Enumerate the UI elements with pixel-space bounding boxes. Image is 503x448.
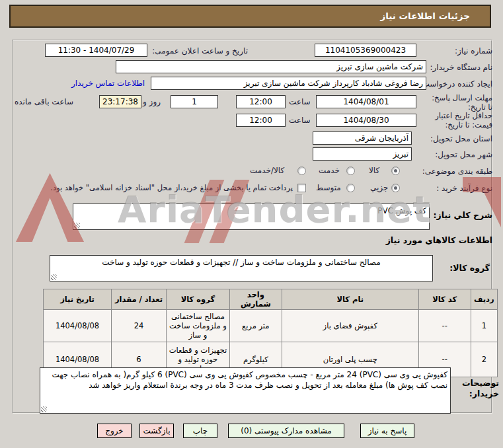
cell-item-code: -- (418, 310, 471, 342)
goods-table: ردیف کد کالا نام کالا واحد شمارش گروه کا… (43, 289, 498, 377)
resize-handle-icon[interactable] (74, 223, 80, 229)
radio-service[interactable] (346, 167, 355, 175)
reply-deadline-hour-field[interactable]: 12:00 (236, 95, 286, 108)
days-remaining-field[interactable]: 1 (171, 95, 218, 108)
radio-medium[interactable] (346, 184, 355, 192)
province-label: استان محل تحویل: (430, 134, 492, 143)
exit-button[interactable]: خروج (97, 424, 132, 438)
price-validity-date-field[interactable]: 1404/08/30 (316, 114, 416, 127)
cell-need-date: 1404/08/08 (44, 310, 112, 342)
announce-datetime-field[interactable]: 1404/07/29 - 11:30 (45, 44, 147, 57)
time-remaining-label: ساعت باقی مانده (15, 97, 73, 106)
days-remaining-label: روز و (143, 97, 161, 106)
radio-minor-label: جزیي (370, 183, 388, 192)
col-need-date: تاریخ نیاز (44, 289, 112, 310)
need-number-label: شماره نیاز: (455, 46, 492, 56)
resize-handle-icon[interactable] (41, 406, 47, 412)
need-number-field[interactable]: 1104105369000423 (315, 44, 416, 57)
col-quantity: تعداد / مقدار (112, 289, 167, 310)
need-desc-value: کف پوش PVC (377, 206, 426, 215)
radio-minor[interactable] (391, 184, 400, 192)
page: جزئیات اطلاعات نیاز شماره نیاز: 11041053… (0, 0, 503, 448)
radio-goods-service[interactable] (297, 167, 306, 175)
reply-deadline-date-field[interactable]: 1404/08/01 (316, 95, 416, 108)
table-row[interactable]: 1 -- کفپوش فضای باز متر مربع مصالح ساختم… (44, 310, 498, 342)
cell-unit: متر مربع (229, 310, 282, 342)
buyer-org-label: نام دستگاه خریدار: (430, 63, 493, 72)
buyer-notes-textarea[interactable]: کفپوش پی وی سی (PVC) 24 متر مربع - چسب م… (40, 367, 451, 414)
radio-goods-label: کالا (369, 166, 379, 175)
time-remaining-field: 23:17:38 (99, 95, 141, 108)
col-unit: واحد شمارش (229, 289, 282, 310)
goods-group-value: مصالح ساختمانی و ملزومات ساخت و ساز // ت… (102, 258, 380, 267)
resize-handle-icon[interactable] (51, 274, 57, 280)
need-desc-textarea[interactable]: کف پوش PVC (73, 204, 430, 230)
col-row-number: ردیف (471, 289, 497, 310)
city-label: شهر محل تحویل: (435, 150, 492, 159)
treasury-docs-checkbox[interactable] (297, 184, 306, 192)
col-item-code: کد کالا (418, 289, 471, 310)
subject-class-label: طبقه بندی موضوعی: (422, 167, 492, 176)
buyer-contact-link[interactable]: اطلاعات تماس خریدار (71, 79, 145, 88)
radio-goods-service-label: کالا/خدمت (250, 166, 284, 175)
table-header-row: ردیف کد کالا نام کالا واحد شمارش گروه کا… (44, 289, 498, 310)
radio-service-label: خدمت (319, 166, 340, 175)
reply-to-need-button[interactable]: پاسخ به نیاز (360, 424, 414, 438)
reply-deadline-label: مهلت ارسال پاسخ: تا تاریخ: (425, 93, 492, 112)
reply-deadline-hour-label: ساعت (289, 97, 311, 106)
cell-group: مصالح ساختمانی و ملزومات ساخت و ساز (166, 310, 229, 342)
treasury-docs-checkbox-label: پرداخت تمام یا بخشی از مبلغ خرید،از محل … (50, 183, 293, 192)
cell-row-number: 1 (471, 310, 497, 342)
process-type-label: نوع فرآیند خرید : (436, 184, 492, 193)
goods-group-textarea[interactable]: مصالح ساختمانی و ملزومات ساخت و ساز // ت… (50, 255, 433, 281)
print-button[interactable]: چاپ (183, 424, 217, 438)
cell-quantity: 24 (112, 310, 167, 342)
back-button[interactable]: بازگشت (139, 424, 174, 438)
cell-row-number: 2 (471, 342, 497, 377)
price-validity-hour-label: ساعت (289, 116, 311, 125)
cell-item-name: کفپوش فضای باز (282, 310, 418, 342)
announce-datetime-label: تاریخ و ساعت اعلان عمومی: (152, 46, 248, 56)
price-validity-label: حداقل تاریخ اعتبار قیمت: تا تاریخ: (425, 111, 492, 130)
radio-medium-label: متوسط (316, 183, 341, 192)
buyer-notes-value: کفپوش پی وی سی (PVC) 24 متر مربع - چسب م… (52, 370, 447, 390)
radio-goods[interactable] (391, 167, 400, 175)
goods-info-heading: اطلاعات کالاهاي مورد نیاز (386, 235, 492, 245)
col-group: گروه کالا (166, 289, 229, 310)
buyer-org-field[interactable]: شرکت ماشین سازی تبریز (116, 60, 426, 73)
col-item-name: نام کالا (282, 289, 418, 310)
request-creator-field[interactable]: رضا فروغی شادباد کارپرداز شرکت ماشین ساز… (151, 77, 426, 90)
request-creator-label: ایجاد کننده درخواست: (419, 79, 492, 89)
province-field[interactable]: آذربایجان شرقی (313, 131, 412, 145)
city-field[interactable]: تبریز (313, 147, 412, 161)
goods-group-label: گروه کالا: (449, 263, 490, 273)
view-attached-docs-button[interactable]: مشاهده مدارک پیوستی (0) (228, 424, 344, 438)
need-desc-label: شرح کلي نیاز: (434, 210, 492, 220)
page-title: جزئیات اطلاعات نیاز (9, 5, 491, 28)
price-validity-hour-field[interactable]: 12:00 (236, 114, 286, 127)
buyer-notes-label: توضیحات خریدار: (454, 378, 499, 399)
